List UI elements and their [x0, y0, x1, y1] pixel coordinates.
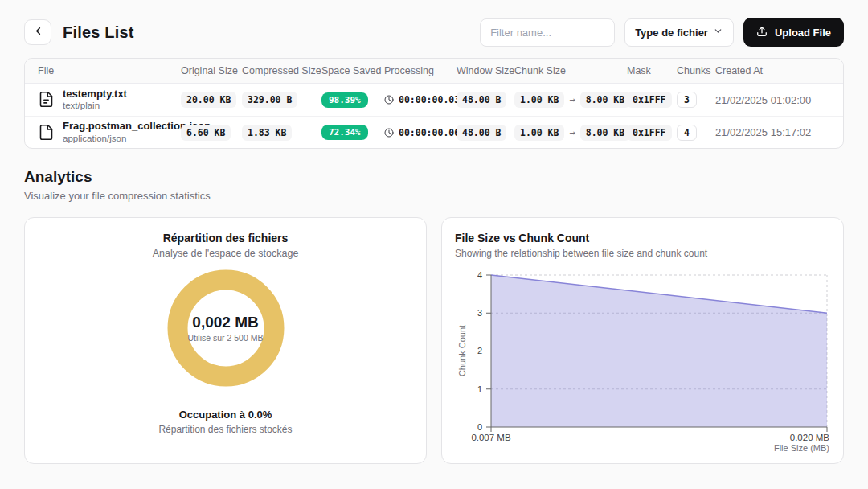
chunk-size-max-badge: 8.00 KB	[580, 92, 630, 108]
col-header-space-saved: Space Saved	[321, 65, 384, 76]
upload-file-button[interactable]: Upload File	[743, 18, 844, 47]
chunks-count-badge: 3	[677, 92, 697, 108]
y-axis-label: Chunk Count	[457, 325, 467, 376]
compressed-size-badge: 1.83 KB	[242, 125, 292, 141]
page-title: Files List	[63, 23, 134, 42]
col-header-processing: Processing	[384, 65, 457, 76]
donut-chart: 0,002 MB Utilisé sur 2 500 MB	[167, 269, 285, 387]
chevron-down-icon	[713, 26, 723, 39]
arrow-right-icon: →	[569, 127, 575, 138]
window-size-badge: 48.00 B	[457, 92, 506, 108]
area-chart: 4 3 2 1 0 Chunk Count 0.007 MB 0.020 MB …	[455, 265, 832, 454]
col-header-mask: Mask	[627, 65, 677, 76]
topbar: Files List Type de fichier Upload File	[0, 0, 868, 58]
space-saved-badge: 98.39%	[321, 92, 368, 108]
col-header-chunks: Chunks	[677, 65, 715, 76]
processing-time: 00:00:00.035	[399, 94, 465, 105]
area-chart-subtitle: Showing the relationship between file si…	[455, 248, 830, 259]
upload-icon	[756, 26, 768, 39]
analytics-section-header: Analytics Visualize your file compressio…	[24, 168, 844, 202]
table-row[interactable]: testempty.txt text/plain 20.00 KB 329.00…	[25, 84, 843, 116]
storage-distribution-card: Répartition des fichiers Analyse de l'es…	[24, 217, 427, 464]
chunk-size-min-badge: 1.00 KB	[514, 92, 564, 108]
analytics-cards: Répartition des fichiers Analyse de l'es…	[24, 217, 844, 464]
donut-chart-title: Répartition des fichiers	[163, 232, 289, 244]
donut-footer: Occupation à 0.0% Répartition des fichie…	[158, 409, 292, 435]
area-chart-title: File Size vs Chunk Count	[455, 232, 830, 244]
processing-time: 00:00:00.068	[399, 127, 465, 138]
area-fill	[491, 275, 827, 427]
file-name: testempty.txt	[63, 88, 127, 101]
upload-button-label: Upload File	[775, 27, 831, 39]
table-row[interactable]: Frag.postman_collection.json application…	[25, 116, 843, 148]
x-tick-max: 0.020 MB	[790, 433, 830, 442]
arrow-right-icon: →	[569, 94, 575, 105]
x-axis-label: File Size (MB)	[774, 443, 829, 453]
mask-badge: 0x1FFF	[627, 125, 672, 141]
created-at: 21/02/2025 01:02:00	[715, 94, 830, 106]
col-header-window-size: Window Size	[457, 65, 514, 76]
chunk-size-min-badge: 1.00 KB	[514, 125, 564, 141]
col-header-file: File	[38, 65, 181, 76]
compressed-size-badge: 329.00 B	[242, 92, 297, 108]
donut-center-label: 0,002 MB Utilisé sur 2 500 MB	[167, 269, 285, 387]
col-header-created-at: Created At	[715, 65, 830, 76]
chevron-left-icon	[32, 25, 44, 39]
chunk-size-max-badge: 8.00 KB	[580, 125, 630, 141]
created-at: 21/02/2025 15:17:02	[715, 126, 830, 138]
original-size-badge: 20.00 KB	[181, 92, 236, 108]
page: Files List Type de fichier Upload File F…	[0, 0, 868, 489]
original-size-badge: 6.60 KB	[181, 125, 231, 141]
donut-chart-subtitle: Analyse de l'espace de stockage	[153, 248, 299, 259]
y-tick-0: 0	[477, 422, 482, 432]
mask-badge: 0x1FFF	[627, 92, 672, 108]
file-icon	[38, 124, 55, 141]
space-saved-badge: 72.34%	[321, 125, 368, 140]
occupation-label: Occupation à 0.0%	[158, 409, 292, 421]
donut-footer-caption: Répartition des fichiers stockés	[158, 424, 292, 435]
clock-icon	[384, 128, 394, 138]
file-mime-type: text/plain	[63, 101, 127, 112]
col-header-original-size: Original Size	[181, 65, 242, 76]
analytics-subtitle: Visualize your file compression statisti…	[24, 190, 844, 202]
back-button[interactable]	[24, 19, 51, 45]
topbar-right: Type de fichier Upload File	[480, 18, 844, 47]
file-type-filter-dropdown[interactable]: Type de fichier	[624, 18, 734, 47]
file-type-filter-label: Type de fichier	[635, 27, 708, 39]
chunks-count-badge: 4	[677, 125, 697, 141]
storage-used-value: 0,002 MB	[192, 314, 258, 331]
y-tick-2: 2	[477, 346, 482, 355]
storage-total-caption: Utilisé sur 2 500 MB	[188, 333, 264, 343]
x-tick-min: 0.007 MB	[471, 433, 511, 442]
y-tick-1: 1	[477, 384, 482, 394]
y-tick-3: 3	[477, 308, 482, 318]
col-header-compressed-size: Compressed Size	[242, 65, 321, 76]
col-header-chunk-size: Chunk Size	[514, 65, 627, 76]
filter-name-input[interactable]	[480, 18, 615, 47]
file-text-icon	[38, 91, 55, 108]
clock-icon	[384, 95, 394, 105]
y-tick-4: 4	[477, 270, 482, 280]
topbar-left: Files List	[24, 19, 134, 45]
table-header-row: File Original Size Compressed Size Space…	[25, 59, 843, 84]
window-size-badge: 48.00 B	[457, 125, 506, 141]
files-table: File Original Size Compressed Size Space…	[24, 58, 844, 149]
analytics-title: Analytics	[24, 168, 844, 186]
file-size-chunk-count-card: File Size vs Chunk Count Showing the rel…	[441, 217, 844, 464]
